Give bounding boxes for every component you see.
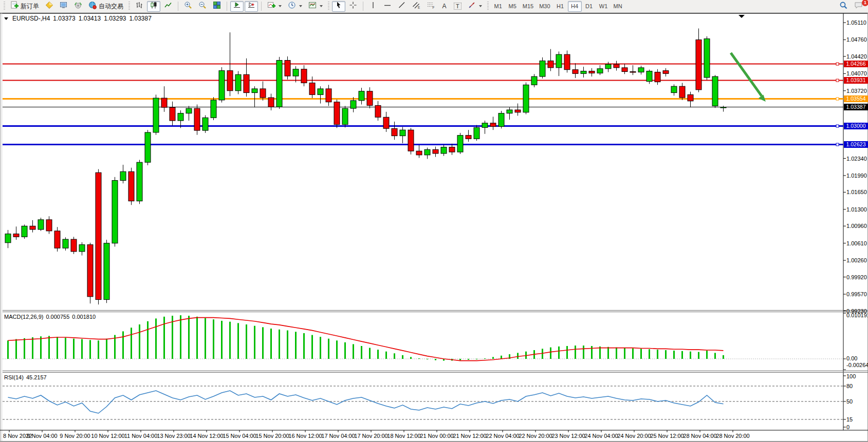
bull-candle xyxy=(457,136,463,152)
svg-text:E: E xyxy=(418,6,420,9)
auto-trading-button[interactable]: 自动交易 xyxy=(86,1,126,12)
metaeditor-button[interactable] xyxy=(43,1,56,12)
bull-candle xyxy=(647,71,652,82)
macd-histogram-bar xyxy=(690,352,691,359)
vertical-line-icon xyxy=(369,1,377,11)
timeframe-button-mn[interactable]: MN xyxy=(611,1,625,12)
zoom-in-button[interactable] xyxy=(181,1,195,12)
time-axis-label: 25 Nov 12:00 xyxy=(650,433,684,439)
crosshair-tool-button[interactable] xyxy=(346,1,360,12)
chevron-down-icon xyxy=(320,5,323,7)
macd-histogram-bar xyxy=(632,348,634,359)
rsi-name: RSI(14) xyxy=(4,374,24,380)
price-axis-tick-label: 0.99570 xyxy=(846,291,868,297)
bull-candle xyxy=(211,100,216,118)
bear-candle xyxy=(161,98,167,107)
price-line-badge: 1.03387 xyxy=(844,104,868,110)
arrows-tool-button[interactable] xyxy=(465,1,485,12)
line-handle[interactable] xyxy=(836,63,839,65)
macd-histogram-bar xyxy=(385,352,387,359)
bull-candle xyxy=(252,89,257,93)
time-axis-label: 16 Nov 12:00 xyxy=(288,433,322,439)
bull-candle xyxy=(441,147,447,153)
timeframe-button-m30[interactable]: M30 xyxy=(537,1,552,12)
trendline-tool-button[interactable] xyxy=(395,1,409,12)
bear-candle xyxy=(334,102,340,125)
fibonacci-tool-button[interactable]: F xyxy=(424,1,437,12)
toolbar-grip[interactable] xyxy=(128,2,130,11)
bear-candle xyxy=(679,86,685,98)
bull-candle xyxy=(581,71,586,74)
macd-histogram-bar xyxy=(353,344,354,359)
bull-candle xyxy=(350,101,356,108)
candlestick-mode-button[interactable] xyxy=(147,1,160,12)
timeframe-button-w1[interactable]: W1 xyxy=(597,1,611,12)
bull-candle xyxy=(482,123,488,128)
toolbar-grip[interactable] xyxy=(487,2,489,11)
bear-candle xyxy=(515,110,521,112)
bull-candle xyxy=(186,108,192,113)
notifications-button[interactable]: 1 xyxy=(852,1,866,12)
rsi-axis-label: 50 xyxy=(846,398,868,405)
periods-button[interactable] xyxy=(285,1,305,12)
time-axis-label: 21 Nov 00:00 xyxy=(420,433,453,439)
bear-candle xyxy=(13,234,19,237)
market-watch-button[interactable] xyxy=(57,1,70,12)
line-handle[interactable] xyxy=(836,143,839,146)
toolbar-grip[interactable] xyxy=(4,2,5,11)
macd-histogram-bar xyxy=(624,348,625,359)
alerts-button[interactable] xyxy=(71,1,85,12)
channel-tool-button[interactable]: E xyxy=(410,1,423,12)
macd-axis-label: 0.00 xyxy=(846,355,868,361)
chart-shift-button[interactable] xyxy=(245,1,258,12)
time-axis-label: 10 Nov 12:00 xyxy=(91,433,124,439)
timeframe-button-d1[interactable]: D1 xyxy=(582,1,596,12)
bear-candle xyxy=(449,147,455,152)
new-order-button[interactable]: 新订单 xyxy=(8,1,42,12)
line-handle[interactable] xyxy=(836,125,839,127)
bear-candle xyxy=(630,72,636,73)
macd-histogram-bar xyxy=(673,351,675,359)
macd-histogram-bar xyxy=(279,330,280,359)
time-axis-label: 18 Nov 12:00 xyxy=(387,433,420,439)
bar-chart-mode-button[interactable] xyxy=(133,1,146,12)
macd-histogram-bar xyxy=(98,340,99,359)
chevron-down-icon xyxy=(479,5,482,7)
timeframe-button-m15[interactable]: M15 xyxy=(520,1,536,12)
auto-scroll-button[interactable] xyxy=(230,1,244,12)
open-value: 1.03373 xyxy=(53,15,75,22)
macd-histogram-bar xyxy=(459,359,461,360)
timeframe-button-m1[interactable]: M1 xyxy=(491,1,505,12)
line-handle[interactable] xyxy=(836,79,839,82)
price-line-badge: 1.04266 xyxy=(844,61,868,67)
line-chart-mode-button[interactable] xyxy=(161,1,175,12)
timeframe-button-h1[interactable]: H1 xyxy=(553,1,567,12)
auto-trading-icon xyxy=(88,1,97,11)
timeframe-button-h4[interactable]: H4 xyxy=(568,1,582,12)
macd-histogram-bar xyxy=(106,339,107,359)
bear-candle xyxy=(96,172,101,299)
text-tool-button[interactable]: A xyxy=(438,1,450,12)
zoom-out-button[interactable] xyxy=(196,1,209,12)
bear-candle xyxy=(309,83,315,94)
cursor-tool-button[interactable] xyxy=(332,1,345,12)
toolbar-grip[interactable] xyxy=(328,2,329,11)
timeframe-button-m5[interactable]: M5 xyxy=(506,1,520,12)
tile-windows-button[interactable] xyxy=(210,1,224,12)
bear-candle xyxy=(301,69,307,83)
horizontal-line-tool-button[interactable] xyxy=(381,1,394,12)
bull-candle xyxy=(474,127,479,139)
text-label-tool-button[interactable]: T xyxy=(451,1,464,12)
price-axis-tick-label: 1.00610 xyxy=(846,240,868,246)
chart-menu-arrow-icon xyxy=(4,17,8,20)
macd-histogram-bar xyxy=(501,356,502,359)
chart-canvas[interactable] xyxy=(0,0,868,442)
templates-button[interactable] xyxy=(306,1,325,12)
bull-candle xyxy=(22,226,27,237)
bear-candle xyxy=(392,128,397,136)
indicators-button[interactable] xyxy=(265,1,284,12)
bull-candle xyxy=(276,61,282,107)
line-handle[interactable] xyxy=(836,98,839,100)
search-button[interactable] xyxy=(837,1,851,12)
vertical-line-tool-button[interactable] xyxy=(366,1,380,12)
